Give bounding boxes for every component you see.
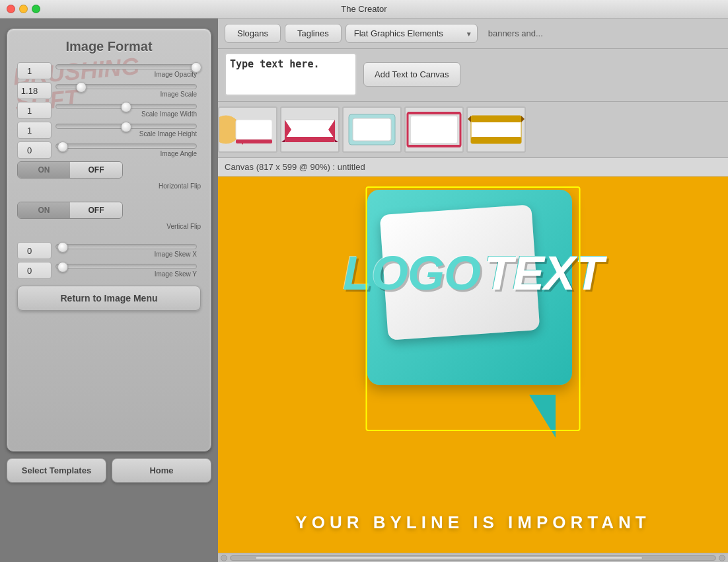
horizontal-flip-section: ON OFF Horizontal Flip (17, 161, 201, 190)
left-panel: BRUSHINGsoft Image Format Image Opacity (0, 19, 218, 562)
vertical-flip-section: ON OFF Vertical Flip (17, 202, 201, 230)
skew-x-slider[interactable]: Image Skew X (55, 244, 197, 258)
scale-row: Image Scale (17, 82, 201, 99)
svg-rect-13 (411, 116, 457, 143)
horizontal-flip-on[interactable]: ON (18, 162, 70, 178)
panel-inner: BRUSHINGsoft Image Format Image Opacity (7, 28, 211, 452)
scale-width-track (55, 104, 197, 109)
scroll-left-btn[interactable] (221, 555, 227, 561)
vertical-flip-off[interactable]: OFF (70, 202, 122, 218)
skew-x-track (55, 244, 197, 249)
skew-y-input[interactable] (17, 262, 52, 279)
skew-y-row: Image Skew Y (17, 262, 201, 279)
svg-rect-17 (471, 116, 521, 122)
vertical-flip-on[interactable]: ON (18, 202, 70, 218)
template-5[interactable] (466, 106, 526, 153)
speech-bubble-container: LOGO TEXT (367, 190, 579, 401)
canvas-scrollbar (218, 553, 728, 562)
svg-marker-19 (468, 116, 471, 122)
scale-width-slider[interactable]: Scale Image Width (55, 104, 197, 118)
skew-x-label: Image Skew X (55, 251, 197, 258)
dropdown-wrapper: Flat Graphics Elements ▼ (346, 24, 478, 43)
byline-text: YOUR BYLINE IS IMPORTANT (218, 512, 728, 533)
close-button[interactable] (7, 5, 15, 13)
horizontal-flip-row: ON OFF (17, 161, 201, 179)
opacity-slider[interactable]: Image Opacity (55, 64, 197, 78)
scale-height-row: Scale Image Height (17, 122, 201, 139)
svg-marker-8 (281, 140, 285, 142)
opacity-label: Image Opacity (55, 71, 197, 78)
scale-height-input[interactable] (17, 122, 52, 139)
template-3[interactable] (342, 106, 402, 153)
template-4[interactable] (404, 106, 464, 153)
add-text-button[interactable]: Add Text to Canvas (363, 62, 460, 87)
svg-rect-18 (471, 137, 521, 143)
home-button[interactable]: Home (112, 458, 211, 483)
opacity-input[interactable] (17, 62, 52, 79)
skew-y-label: Image Skew Y (55, 270, 197, 278)
angle-track (55, 143, 197, 149)
scale-thumb (76, 82, 87, 93)
minimize-button[interactable] (19, 5, 28, 13)
scale-width-row: Scale Image Width (17, 102, 201, 119)
slogans-button[interactable]: Slogans (225, 24, 281, 43)
angle-input[interactable] (17, 141, 52, 159)
text-area-row: Type text here. Add Text to Canvas (218, 49, 728, 102)
skew-y-track (55, 264, 197, 269)
angle-row: Image Angle (17, 141, 201, 159)
skew-y-slider[interactable]: Image Skew Y (55, 264, 197, 278)
logo-text-container: LOGO TEXT (367, 249, 579, 297)
template-3-svg (344, 108, 400, 151)
logo-word2: TEXT (484, 249, 603, 297)
template-1[interactable] (218, 106, 277, 153)
opacity-row: Image Opacity (17, 62, 201, 79)
angle-thumb (57, 141, 68, 152)
graphics-dropdown[interactable]: Flat Graphics Elements (346, 24, 478, 43)
svg-rect-4 (285, 120, 335, 140)
main-layout: BRUSHINGsoft Image Format Image Opacity (0, 19, 728, 562)
horizontal-flip-off[interactable]: OFF (70, 162, 122, 178)
angle-slider[interactable]: Image Angle (55, 143, 197, 157)
taglines-button[interactable]: Taglines (285, 24, 342, 43)
vertical-flip-toggle[interactable]: ON OFF (17, 202, 123, 219)
template-2[interactable] (280, 106, 340, 153)
scale-label: Image Scale (55, 91, 197, 98)
logo-word1: LOGO (343, 249, 480, 297)
scale-height-slider[interactable]: Scale Image Height (55, 124, 197, 138)
template-thumb-svg (219, 108, 276, 151)
skew-x-row: Image Skew X (17, 242, 201, 259)
svg-marker-9 (335, 140, 338, 142)
scale-input[interactable] (17, 82, 52, 99)
titlebar: The Creator (0, 0, 728, 19)
scale-slider[interactable]: Image Scale (55, 84, 197, 98)
canvas-area: LOGO TEXT YOUR BYLINE IS IMPORTANT (218, 177, 728, 553)
logo-canvas: LOGO TEXT YOUR BYLINE IS IMPORTANT (218, 177, 728, 553)
maximize-button[interactable] (32, 5, 40, 13)
horizontal-flip-toggle[interactable]: ON OFF (17, 161, 123, 179)
scale-track (55, 84, 197, 89)
template-4-svg (406, 108, 462, 151)
vertical-flip-label: Vertical Flip (17, 223, 201, 230)
scale-height-thumb (121, 122, 131, 132)
horizontal-flip-label: Horizontal Flip (17, 182, 201, 190)
bubble-tail (529, 395, 556, 438)
select-templates-button[interactable]: Select Templates (7, 458, 106, 483)
skew-x-input[interactable] (17, 242, 52, 259)
app-title: The Creator (341, 4, 386, 14)
vertical-flip-row: ON OFF (17, 202, 201, 219)
skew-x-thumb (57, 242, 68, 253)
scale-width-input[interactable] (17, 102, 52, 119)
canvas-label: Canvas (817 x 599 @ 90%) : untitled (218, 158, 728, 177)
svg-marker-20 (521, 116, 525, 122)
scrollbar-track[interactable] (230, 555, 716, 561)
text-input[interactable]: Type text here. (225, 53, 357, 96)
angle-label: Image Angle (55, 150, 197, 157)
skew-y-thumb (57, 262, 68, 272)
template-5-svg (468, 108, 525, 151)
panel-title: Image Format (17, 39, 201, 54)
scrollbar-thumb (255, 556, 643, 560)
svg-rect-7 (285, 137, 335, 142)
opacity-track (55, 64, 197, 69)
return-to-image-menu-button[interactable]: Return to Image Menu (17, 286, 201, 311)
scroll-right-btn[interactable] (719, 555, 725, 561)
